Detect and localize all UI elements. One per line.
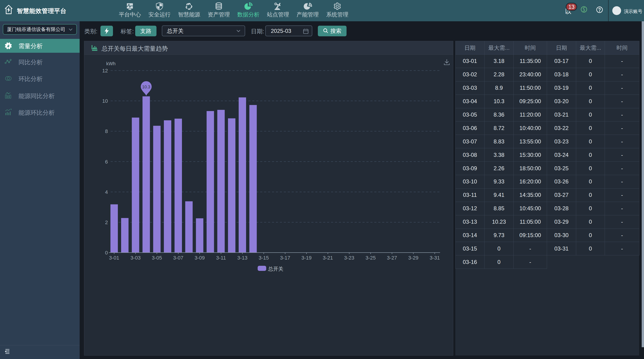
svg-text:3-29: 3-29 (408, 255, 418, 261)
svg-text:0: 0 (105, 250, 108, 256)
svg-text:3-09: 3-09 (194, 255, 205, 261)
svg-text:kWh: kWh (106, 61, 116, 66)
svg-text:3-05: 3-05 (152, 255, 162, 261)
svg-text:10: 10 (102, 98, 108, 104)
svg-text:3-13: 3-13 (237, 255, 248, 261)
svg-text:2: 2 (105, 220, 108, 225)
svg-text:3-19: 3-19 (302, 255, 312, 261)
svg-text:3-15: 3-15 (258, 255, 269, 261)
svg-text:3-17: 3-17 (280, 255, 290, 261)
svg-text:3-01: 3-01 (109, 255, 119, 261)
svg-text:8: 8 (105, 128, 108, 134)
svg-text:总开关: 总开关 (268, 266, 283, 272)
svg-text:3-27: 3-27 (387, 255, 397, 261)
svg-text:12: 12 (102, 68, 108, 73)
svg-text:10.3: 10.3 (142, 85, 150, 89)
svg-text:3-23: 3-23 (344, 255, 354, 261)
svg-text:3-03: 3-03 (130, 255, 140, 261)
svg-text:3-11: 3-11 (216, 255, 226, 261)
svg-text:3-25: 3-25 (366, 255, 376, 261)
svg-text:3-31: 3-31 (430, 255, 440, 261)
svg-text:3-07: 3-07 (173, 255, 183, 261)
svg-text:4: 4 (105, 189, 108, 195)
svg-text:6: 6 (105, 159, 108, 165)
svg-text:3-21: 3-21 (323, 255, 333, 261)
